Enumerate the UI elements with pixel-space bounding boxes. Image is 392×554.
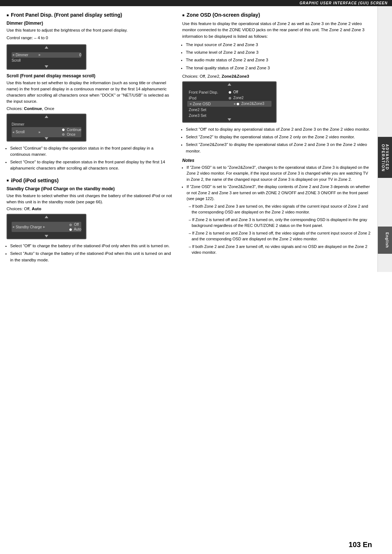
zone-off-option: Off [229, 90, 238, 94]
zone-osd-bullets: Select "Off" not to display any operatio… [186, 126, 371, 154]
zone-bullet-3: Select "Zone2&Zone3" to display the oper… [186, 142, 371, 154]
scroll-subtitle: Scroll (Front panel display message scro… [7, 73, 173, 78]
zone-osd-choices: Choices: Off, Zone2, Zone2&Zone3 [182, 74, 371, 78]
ipod-section: iPod (iPod settings) Standby Charge (iPo… [7, 178, 173, 263]
arrow-left-icon: ◄ [12, 53, 15, 57]
arrow-left-4-icon: ◄ [189, 102, 192, 106]
triangle-bottom-icon [45, 65, 48, 68]
arrow-right-3-icon: ► [42, 225, 46, 229]
scroll-subsection: Scroll (Front panel display message scro… [7, 73, 173, 172]
zone-osd-title: Zone OSD (On-screen display) [182, 12, 371, 18]
continue-radio [62, 129, 65, 131]
scroll-label: Scroll [12, 58, 33, 62]
scroll-desc: Use this feature to set whether to displ… [7, 80, 173, 105]
scroll-screen-scroll-label: Scroll [16, 130, 37, 134]
off-radio [69, 224, 72, 226]
scroll-screen-dimmer-row: Dimmer [12, 122, 81, 127]
scroll-bullet-2: Select "Once" to display the operation s… [10, 159, 173, 172]
zone-osd-label: Zone OSD [193, 102, 233, 106]
standby-charge-label: Standby Charge [16, 225, 42, 229]
scroll-screen-dimmer-label: Dimmer [12, 122, 33, 126]
standby-bullet-2: Select "Auto" to charge the battery of t… [10, 250, 173, 263]
standby-desc: Use this feature to select whether this … [7, 193, 173, 205]
dimmer-desc: Use this feature to adjust the brightnes… [7, 27, 173, 33]
triangle-bottom-3-icon [45, 235, 48, 237]
dimmer-screen-row1: ◄ Dimmer ► 0 [12, 52, 81, 58]
dimmer-label: Dimmer [16, 53, 37, 57]
arrow-left-2-icon: ◄ [12, 130, 15, 134]
note-dash-2: If Zone 2 is turned off and Zone 3 is tu… [189, 217, 371, 229]
zone-osd-desc: Use this feature to display the operatio… [182, 21, 371, 40]
standby-off-option: Off [74, 223, 79, 227]
english-tab: English [378, 227, 392, 254]
zone-screen-row1: Front Panel Disp. Off [187, 89, 271, 95]
left-column: Front Panel Disp. (Front panel display s… [7, 12, 173, 266]
notes-list: If "Zone OSD" is set to "Zone2&Zone3", c… [182, 164, 371, 256]
once-radio [62, 133, 65, 136]
zone2-set-label: Zone2 Set [189, 107, 229, 112]
triangle-top-2-icon [45, 115, 48, 118]
triangle-top-3-icon [45, 216, 48, 218]
zone-bullet-2: Select "Zone2" to display the operationa… [186, 134, 371, 140]
standby-bullet-1: Select "Off" to charge the battery of th… [10, 243, 173, 249]
scroll-screen: Dimmer ◄ Scroll ► Continue [7, 114, 86, 142]
top-bar-text: GRAPHIC USER INTERFACE (GUI) SCREEN [299, 1, 388, 5]
auto-radio [69, 228, 72, 231]
note-dash-4: If both Zone 2 and Zone 3 are turned off… [189, 244, 371, 256]
dimmer-screen: ◄ Dimmer ► 0 Scroll [7, 44, 86, 70]
front-panel-disp-label: Front Panel Disp. [189, 90, 229, 94]
standby-subtitle: Standby Charge (iPod Charge on the stand… [7, 186, 173, 191]
dimmer-subsection: Dimmer (Dimmer) Use this feature to adju… [7, 21, 173, 70]
zone-feature-2: The volume level of Zone 2 and Zone 3 [186, 49, 371, 56]
dimmer-value: 0 [79, 53, 81, 57]
zone-osd-feature-list: The input source of Zone 2 and Zone 3 Th… [186, 42, 371, 71]
zone-osd-screen: Front Panel Disp. Off iPod Zone2 ◄ [182, 81, 277, 123]
notes-title: Notes [182, 158, 371, 163]
arrow-left-3-icon: ◄ [12, 225, 15, 229]
arrow-right-icon: ► [38, 53, 41, 57]
triangle-top-4-icon [228, 83, 231, 86]
scroll-bullet-1: Select "Continue" to display the operati… [10, 145, 173, 158]
zone-screen-row3: ◄ Zone OSD ► Zone2&Zone3 [187, 101, 271, 107]
note-dash-1: If both Zone 2 and Zone 3 are turned on,… [189, 203, 371, 215]
zone2-radio [229, 97, 231, 99]
note-1: If "Zone OSD" is set to "Zone2&Zone3", c… [187, 164, 371, 183]
zone-feature-3: The audio mute status of Zone 2 and Zone… [186, 57, 371, 63]
scroll-bullets: Select "Continue" to display the operati… [10, 145, 173, 172]
notes-section: Notes If "Zone OSD" is set to "Zone2&Zon… [182, 158, 371, 256]
continue-option: Continue [67, 128, 81, 132]
note-2: If "Zone OSD" is set to "Zone2&Zone3", t… [187, 184, 371, 202]
zone3-set-label: Zone3 Set [189, 113, 229, 118]
standby-bullets: Select "Off" to charge the battery of th… [10, 243, 173, 263]
standby-choices: Choices: Off, Auto [7, 207, 173, 211]
zone2-option: Zone2 [229, 96, 244, 100]
zone2zone3-option: Zone2&Zone3 [237, 102, 264, 106]
dimmer-screen-row2: Scroll [12, 58, 81, 63]
zone-feature-1: The input source of Zone 2 and Zone 3 [186, 42, 371, 48]
zone-screen-row2: iPod Zone2 [187, 95, 271, 101]
zone-off-radio [229, 91, 231, 94]
zone-bullet-1: Select "Off" not to display any operatio… [186, 126, 371, 133]
ipod-label: iPod [189, 96, 229, 100]
standby-screen: ◄ Standby Charge ► Off Auto [7, 214, 86, 239]
dimmer-range: Control range: – 4 to 0 [7, 35, 173, 41]
zone-screen-row5: Zone3 Set [187, 113, 271, 118]
arrow-right-2-icon: ► [38, 130, 41, 134]
scroll-screen-scroll-row: ◄ Scroll ► Continue Once [12, 127, 81, 137]
standby-screen-row: ◄ Standby Charge ► Off Auto [12, 222, 81, 232]
dimmer-subtitle: Dimmer (Dimmer) [7, 21, 173, 26]
scroll-choices: Choices: Continue, Once [7, 106, 173, 111]
triangle-top-icon [45, 46, 48, 49]
zone-screen-row4: Zone2 Set [187, 107, 271, 113]
zone-feature-4: The tonal quality status of Zone 2 and Z… [186, 65, 371, 71]
note-dash-3: If Zone 2 is turned on and Zone 3 is tur… [189, 230, 371, 242]
triangle-bottom-4-icon [228, 118, 231, 121]
ipod-section-title: iPod (iPod settings) [7, 178, 173, 183]
arrow-right-4-icon: ► [233, 102, 237, 106]
top-bar: GRAPHIC USER INTERFACE (GUI) SCREEN [0, 0, 392, 6]
section-front-panel-title: Front Panel Disp. (Front panel display s… [7, 12, 173, 18]
standby-auto-option: Auto [74, 227, 81, 231]
advanced-operation-tab: ADVANCED OPERATION [378, 137, 392, 178]
triangle-bottom-2-icon [45, 137, 48, 140]
once-option: Once [67, 133, 75, 137]
